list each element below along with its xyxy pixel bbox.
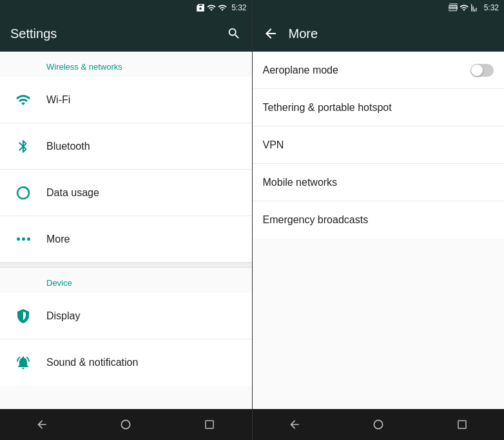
settings-screen: Settings Wireless & networks Wi-Fi Bl [0, 15, 253, 409]
mobile-networks-label: Mobile networks [263, 177, 494, 188]
left-recents-button[interactable] [197, 412, 222, 437]
settings-title: Settings [10, 26, 226, 41]
bluetooth-item[interactable]: Bluetooth [0, 123, 252, 170]
right-nav-bar [253, 409, 505, 440]
display-icon [10, 303, 36, 329]
device-section-header: Device [0, 268, 252, 293]
right-recents-button[interactable] [449, 412, 475, 437]
right-time: 5:32 [484, 3, 499, 12]
section-divider [0, 263, 252, 268]
left-back-button[interactable] [29, 412, 55, 437]
right-status-bar: 5:32 [253, 0, 505, 15]
left-home-button[interactable] [113, 412, 139, 437]
left-status-bar: 5:32 [0, 0, 253, 15]
settings-app-bar: Settings [0, 15, 252, 52]
data-usage-icon [10, 180, 36, 206]
more-item[interactable]: More [0, 216, 252, 263]
sim-icon [196, 3, 205, 12]
nav-bar-row [0, 409, 504, 440]
wireless-section-header: Wireless & networks [0, 52, 252, 77]
mobile-networks-item[interactable]: Mobile networks [253, 164, 505, 201]
sound-icon [10, 350, 36, 375]
emergency-broadcasts-label: Emergency broadcasts [263, 214, 494, 226]
more-title: More [289, 26, 494, 41]
more-label: More [46, 234, 242, 245]
aeroplane-mode-toggle[interactable] [470, 64, 494, 77]
sound-item[interactable]: Sound & notification [0, 339, 252, 386]
display-item[interactable]: Display [0, 293, 252, 339]
right-back-button[interactable] [282, 412, 307, 437]
data-usage-label: Data usage [46, 187, 242, 199]
svg-point-4 [374, 420, 382, 428]
wifi-label: Wi-Fi [46, 94, 242, 106]
signal-icon [218, 3, 227, 12]
svg-rect-5 [458, 421, 466, 428]
right-home-button[interactable] [365, 412, 391, 437]
left-time: 5:32 [231, 3, 246, 12]
vpn-label: VPN [263, 139, 494, 151]
emergency-broadcasts-item[interactable]: Emergency broadcasts [253, 201, 505, 239]
display-label: Display [46, 310, 242, 322]
wifi-icon [10, 87, 36, 113]
toggle-knob [471, 65, 483, 76]
tethering-label: Tethering & portable hotspot [263, 102, 494, 114]
aeroplane-mode-item[interactable]: Aeroplane mode [253, 52, 505, 89]
vpn-item[interactable]: VPN [253, 126, 505, 164]
more-app-bar: More [253, 15, 505, 52]
wifi-status-icon [207, 3, 216, 12]
back-button[interactable] [263, 26, 278, 41]
more-icon [10, 226, 36, 252]
aeroplane-mode-label: Aeroplane mode [263, 65, 471, 76]
bluetooth-icon [10, 134, 36, 159]
wifi-item[interactable]: Wi-Fi [0, 77, 252, 123]
signal3-icon [470, 3, 480, 12]
more-screen: More Aeroplane mode Tethering & portable… [253, 15, 505, 409]
settings-content: Wireless & networks Wi-Fi Bluetooth [0, 52, 252, 409]
left-nav-bar [0, 409, 253, 440]
status-bar-row: 5:32 5:32 [0, 0, 504, 15]
bluetooth-label: Bluetooth [46, 141, 242, 152]
data-usage-item[interactable]: Data usage [0, 170, 252, 216]
svg-rect-3 [206, 421, 213, 428]
tethering-item[interactable]: Tethering & portable hotspot [253, 89, 505, 126]
gallery-icon [449, 3, 458, 12]
sound-label: Sound & notification [46, 357, 242, 368]
signal2-icon [460, 3, 469, 12]
search-button[interactable] [226, 26, 242, 41]
svg-point-2 [122, 420, 130, 428]
more-content: Aeroplane mode Tethering & portable hots… [253, 52, 505, 409]
